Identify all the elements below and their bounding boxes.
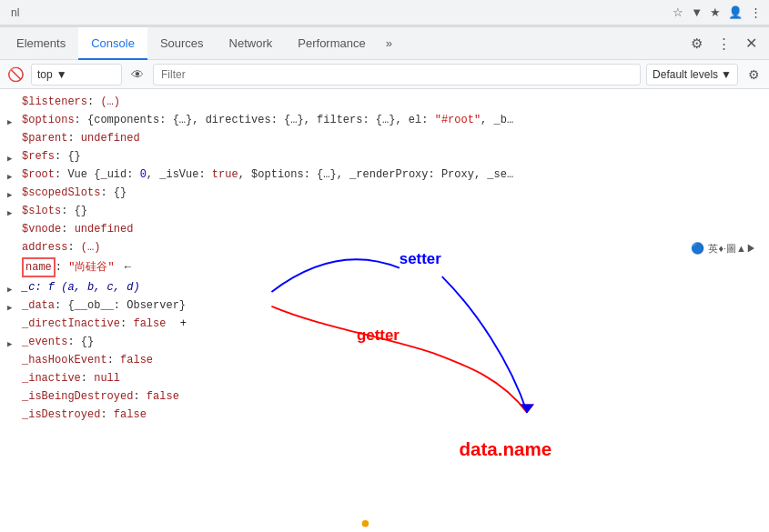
prop-sep: : f (a, b, c, d): [35, 281, 139, 294]
prop-sep: : Vue {_uid: 0, _isVue: true, $options: …: [55, 168, 513, 181]
console-toolbar: 🚫 top ▼ 👁 Default levels ▼ ⚙: [0, 60, 769, 89]
prop-name: $parent: [22, 132, 67, 145]
prop-sep: : {}: [67, 336, 94, 348]
prop-sep: : {}: [61, 205, 87, 217]
prop-name: _isBeingDestroyed: [22, 390, 133, 403]
filter-input[interactable]: [153, 64, 641, 85]
dataname-label: data.name: [459, 438, 551, 459]
tab-more[interactable]: »: [379, 36, 400, 50]
plus-indicator: +: [180, 317, 187, 330]
bottom-dot: [362, 520, 369, 527]
console-line: _inactive: null: [0, 369, 769, 387]
tab-sources[interactable]: Sources: [147, 27, 217, 60]
prop-name: $vnode: [22, 223, 61, 236]
prop-name: _events: [22, 336, 67, 348]
browser-title: nl: [11, 6, 19, 19]
tab-performance[interactable]: Performance: [285, 27, 378, 60]
icon-circle: 🔵: [691, 242, 704, 256]
devtools-tab-bar: Elements Console Sources Network Perform…: [0, 27, 769, 60]
block-icon[interactable]: 🚫: [5, 65, 25, 85]
console-line: address: (…): [0, 238, 769, 256]
prop-name: $scopedSlots: [22, 186, 100, 199]
context-arrow: ▼: [56, 68, 67, 81]
star-icon[interactable]: ☆: [673, 5, 683, 19]
console-line: _isBeingDestroyed: false: [0, 387, 769, 406]
settings-button[interactable]: ⚙: [685, 33, 707, 55]
prop-name: _inactive: [22, 372, 81, 385]
more-options-button[interactable]: ⋮: [713, 33, 734, 55]
console-line: _hasHookEvent: false: [0, 351, 769, 369]
console-line[interactable]: $refs: {}: [0, 147, 769, 166]
prop-sep: : (…): [87, 95, 120, 108]
context-label: top: [37, 68, 53, 81]
prop-name: _c: [22, 281, 35, 294]
prop-name: name: [25, 261, 52, 274]
prop-sep: : {components: {…}, directives: {…}, fil…: [75, 114, 514, 126]
tab-console[interactable]: Console: [78, 27, 147, 60]
close-devtools-button[interactable]: ✕: [740, 33, 762, 55]
prop-name: _isDestroyed: [22, 408, 100, 421]
console-line-name: name : "尚硅谷" ←: [0, 256, 769, 278]
user-icon[interactable]: 👤: [728, 5, 743, 19]
tab-elements[interactable]: Elements: [4, 27, 78, 60]
prop-name: $listeners: [22, 95, 87, 108]
gear-settings-icon[interactable]: ⚙: [744, 65, 764, 85]
console-line[interactable]: $scopedSlots: {}: [0, 184, 769, 202]
prop-sep: : {}: [55, 150, 81, 163]
prop-name: $slots: [22, 205, 61, 217]
log-level-selector[interactable]: Default levels ▼: [646, 64, 738, 85]
console-line: $parent: undefined: [0, 129, 769, 147]
console-line: _isDestroyed: false: [0, 406, 769, 424]
context-selector[interactable]: top ▼: [31, 64, 122, 85]
down-icon[interactable]: ▼: [691, 5, 703, 19]
devtools-actions: ⚙ ⋮ ✕: [685, 33, 762, 55]
console-line[interactable]: $root: Vue {_uid: 0, _isVue: true, $opti…: [0, 166, 769, 184]
log-level-arrow: ▼: [721, 68, 732, 81]
name-highlighted-box: name: [22, 257, 56, 277]
prop-sep: : (…): [67, 241, 100, 254]
prop-sep: : false: [133, 390, 178, 403]
prop-sep: : null: [81, 372, 120, 385]
prop-sep: : {}: [100, 186, 126, 199]
console-output-wrapper: $listeners: (…) $options: {components: {…: [0, 89, 769, 532]
prop-sep: : false: [100, 408, 146, 421]
prop-name: $options: [22, 114, 75, 126]
bookmark-icon[interactable]: ★: [710, 5, 721, 19]
console-output[interactable]: $listeners: (…) $options: {components: {…: [0, 89, 769, 427]
prop-sep: : undefined: [67, 132, 139, 145]
devtools-panel: Elements Console Sources Network Perform…: [0, 25, 769, 532]
prop-sep: : "尚硅谷": [56, 261, 115, 274]
console-line[interactable]: _events: {}: [0, 333, 769, 351]
overlay-icons: 🔵 英♦·圖▲▶: [691, 242, 756, 256]
prop-name: _directInactive: [22, 317, 120, 330]
console-line[interactable]: $options: {components: {…}, directives: …: [0, 111, 769, 129]
prop-name: $root: [22, 168, 55, 181]
browser-bar: nl ☆ ▼ ★ 👤 ⋮: [0, 0, 769, 25]
prop-sep: : undefined: [61, 223, 133, 236]
arrow-left-indicator: ←: [125, 261, 131, 274]
console-line: $vnode: undefined: [0, 220, 769, 238]
console-line: $listeners: (…): [0, 93, 769, 111]
prop-name: _hasHookEvent: [22, 354, 107, 366]
eye-icon[interactable]: 👁: [127, 65, 147, 85]
console-line[interactable]: _c: f (a, b, c, d): [0, 278, 769, 296]
console-line[interactable]: $slots: {}: [0, 202, 769, 220]
log-level-label: Default levels: [653, 68, 718, 81]
icon-text: 英♦·圖▲▶: [708, 242, 756, 256]
tab-network[interactable]: Network: [217, 27, 286, 60]
prop-name: _data: [22, 299, 55, 312]
prop-name: address: [22, 241, 67, 254]
prop-sep: : {__ob__: Observer}: [55, 299, 186, 312]
browser-icons: ☆ ▼ ★ 👤 ⋮: [673, 5, 762, 19]
prop-sep: : false: [107, 354, 153, 366]
prop-name: $refs: [22, 150, 55, 163]
prop-sep: : false: [120, 317, 166, 330]
menu-icon[interactable]: ⋮: [750, 5, 762, 19]
console-line[interactable]: _data: {__ob__: Observer}: [0, 296, 769, 315]
console-line: _directInactive: false +: [0, 315, 769, 333]
